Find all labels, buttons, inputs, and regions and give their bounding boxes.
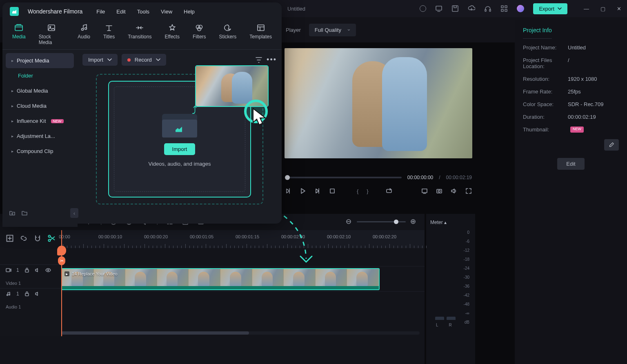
mute-icon[interactable]	[35, 267, 40, 273]
record-dropdown[interactable]: Record	[122, 54, 166, 66]
sidebar-item-folder[interactable]: Folder	[6, 68, 74, 83]
thumbnail-edit-icon[interactable]	[604, 139, 619, 151]
svg-rect-25	[258, 25, 264, 31]
record-status-icon[interactable]	[420, 5, 426, 12]
link-icon[interactable]	[20, 234, 28, 242]
preview-scrubber[interactable]	[285, 177, 402, 178]
video-track[interactable]: ▸14 Replace Your Video	[61, 266, 425, 291]
sidebar-item-adjustment-layer[interactable]: ▸Adjustment La...	[6, 129, 74, 144]
menu-tools[interactable]: Tools	[137, 9, 149, 15]
video-track-header[interactable]: 1 Video 1	[0, 264, 61, 288]
pi-files-value: /	[568, 57, 569, 69]
tab-templates[interactable]: Templates	[249, 24, 272, 49]
zoom-in-icon[interactable]	[410, 218, 417, 226]
video-track-icon	[6, 267, 11, 273]
app-menubar: File Edit Tools View Help	[96, 9, 194, 15]
audio-track-header[interactable]: 1 Audio 1	[0, 288, 61, 312]
zoom-slider[interactable]	[357, 221, 406, 222]
folder-icon[interactable]	[21, 210, 28, 216]
meter-level: -36	[464, 284, 469, 289]
tab-audio[interactable]: Audio	[78, 24, 90, 49]
mute-icon[interactable]	[35, 291, 40, 297]
tab-stock-media[interactable]: Stock Media	[39, 24, 65, 49]
svg-rect-5	[505, 6, 507, 8]
playhead[interactable]	[61, 230, 62, 336]
playhead-handle[interactable]: ✂	[58, 256, 65, 265]
svg-rect-0	[436, 6, 442, 10]
zoom-out-icon[interactable]	[345, 218, 353, 226]
lock-icon[interactable]	[24, 267, 30, 273]
svg-point-20	[81, 29, 83, 31]
svg-rect-2	[485, 9, 486, 11]
lock-icon[interactable]	[24, 291, 30, 297]
more-options-icon[interactable]: •••	[267, 55, 277, 64]
import-dropdown[interactable]: Import	[82, 54, 118, 66]
cloud-download-icon[interactable]	[468, 5, 475, 12]
sidebar-item-global-media[interactable]: ▸Global Media	[6, 83, 74, 98]
stop-icon[interactable]	[329, 188, 336, 194]
menu-edit[interactable]: Edit	[116, 9, 125, 15]
visibility-icon[interactable]	[45, 267, 51, 273]
preview-video[interactable]	[285, 48, 472, 158]
sidebar-item-influence-kit[interactable]: ▸Influence KitNEW	[6, 113, 74, 129]
meter-level: -18	[464, 257, 469, 262]
grid-icon[interactable]	[500, 5, 508, 12]
mark-out-icon[interactable]: }	[367, 188, 368, 194]
meter-level: -6	[466, 239, 469, 244]
sidebar-item-project-media[interactable]: ▸Project Media	[6, 53, 74, 68]
meter-level: -42	[464, 293, 469, 297]
sidebar-item-compound-clip[interactable]: ▸Compound Clip	[6, 144, 74, 159]
svg-rect-37	[25, 270, 29, 272]
display-icon[interactable]	[421, 188, 428, 194]
tab-effects[interactable]: Effects	[165, 24, 179, 49]
collapse-sidebar-button[interactable]: ‹	[70, 208, 78, 218]
tab-media[interactable]: Media	[12, 24, 26, 49]
minimize-button[interactable]: —	[584, 6, 589, 12]
step-back-icon[interactable]	[285, 188, 291, 194]
timeline-ruler[interactable]: 00:0000:00:00:1000:00:00:2000:00:01:0500…	[61, 230, 425, 248]
menu-view[interactable]: View	[161, 9, 172, 15]
scissors-icon[interactable]	[47, 234, 56, 242]
video-track-label: Video 1	[6, 281, 56, 286]
export-button[interactable]: Export	[533, 3, 567, 14]
close-button[interactable]: ✕	[617, 6, 621, 12]
maximize-button[interactable]: ▢	[600, 6, 605, 12]
save-icon[interactable]	[451, 5, 459, 12]
menu-help[interactable]: Help	[184, 9, 195, 15]
record-dot-icon	[127, 58, 131, 62]
tab-transitions[interactable]: Transitions	[128, 24, 151, 49]
filter-icon[interactable]	[255, 56, 262, 64]
video-clip[interactable]: ▸14 Replace Your Video	[61, 268, 380, 290]
tab-filters[interactable]: Filters	[193, 24, 206, 49]
timeline-scrollbar[interactable]	[61, 331, 420, 335]
quality-select[interactable]: Full Quality	[309, 24, 356, 36]
svg-rect-17	[15, 25, 22, 31]
headphones-icon[interactable]	[484, 5, 491, 12]
user-avatar-icon[interactable]	[517, 5, 524, 12]
magnet-icon[interactable]	[33, 234, 42, 242]
sidebar-item-cloud-media[interactable]: ▸Cloud Media	[6, 98, 74, 113]
ruler-label: 00:00:01:15	[236, 234, 259, 239]
menu-file[interactable]: File	[96, 9, 105, 15]
meter-title[interactable]: Meter ▴	[430, 220, 471, 225]
new-badge: NEW	[51, 119, 64, 123]
step-forward-icon[interactable]	[314, 188, 321, 194]
new-folder-icon[interactable]	[9, 210, 16, 216]
monitor-icon[interactable]	[435, 5, 442, 12]
edit-button[interactable]: Edit	[557, 158, 584, 170]
svg-point-40	[9, 294, 10, 295]
library-tabs: Media Stock Media Audio Titles Transitio…	[2, 20, 282, 50]
add-track-icon[interactable]	[6, 234, 14, 242]
tab-titles[interactable]: Titles	[103, 24, 115, 49]
svg-rect-36	[6, 269, 10, 272]
volume-icon[interactable]	[451, 188, 457, 194]
mark-in-icon[interactable]: {	[357, 188, 358, 194]
audio-track[interactable]	[61, 291, 425, 317]
fullscreen-icon[interactable]	[465, 188, 472, 194]
import-button[interactable]: Import	[164, 143, 196, 155]
snapshot-icon[interactable]	[436, 188, 442, 194]
media-sidebar: ▸Project Media Folder ▸Global Media ▸Clo…	[2, 50, 78, 227]
tab-stickers[interactable]: Stickers	[219, 24, 237, 49]
loop-icon[interactable]	[386, 188, 392, 194]
play-icon[interactable]	[300, 188, 306, 194]
